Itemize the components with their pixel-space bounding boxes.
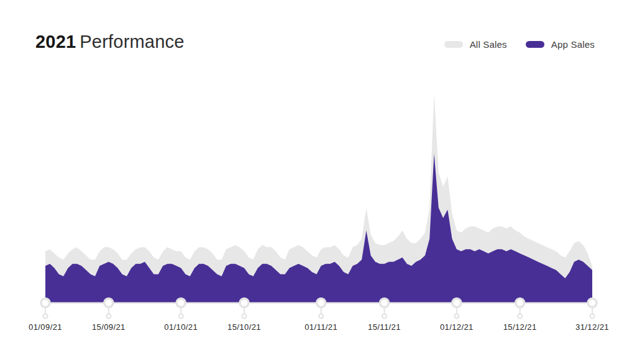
- x-tick-dot: [242, 314, 247, 319]
- x-tick-label: 15/11/21: [368, 322, 401, 332]
- sales-area-chart: 01/09/2115/09/2101/10/2115/10/2101/11/21…: [0, 0, 637, 364]
- x-tick-dot: [518, 314, 522, 319]
- x-tick-marker: [176, 299, 185, 307]
- x-tick-dot: [44, 314, 48, 319]
- x-tick-marker: [588, 299, 597, 307]
- x-tick-label: 01/12/21: [440, 322, 474, 332]
- x-tick-dot: [454, 314, 459, 319]
- x-tick-dot: [106, 314, 111, 319]
- x-tick-dot: [382, 314, 387, 319]
- x-tick-marker: [240, 299, 249, 307]
- x-tick-label: 15/12/21: [503, 322, 537, 332]
- x-tick-label: 01/10/21: [164, 322, 198, 332]
- x-tick-dot: [319, 314, 323, 319]
- x-tick-marker: [317, 299, 326, 307]
- x-tick-marker: [516, 299, 525, 307]
- x-tick-label: 15/09/21: [92, 322, 126, 332]
- x-tick-label: 01/11/21: [305, 322, 337, 332]
- x-tick-dot: [590, 314, 595, 319]
- x-tick-marker: [41, 299, 50, 307]
- x-tick-marker: [452, 299, 461, 307]
- x-tick-marker: [104, 299, 113, 307]
- x-tick-dot: [179, 314, 183, 319]
- x-tick-label: 15/10/21: [227, 322, 261, 332]
- x-tick-label: 31/12/21: [575, 322, 609, 332]
- performance-dashboard: 2021Performance All Sales App Sales 01/0…: [0, 0, 637, 364]
- x-tick-label: 01/09/21: [29, 322, 62, 332]
- x-tick-marker: [380, 299, 388, 307]
